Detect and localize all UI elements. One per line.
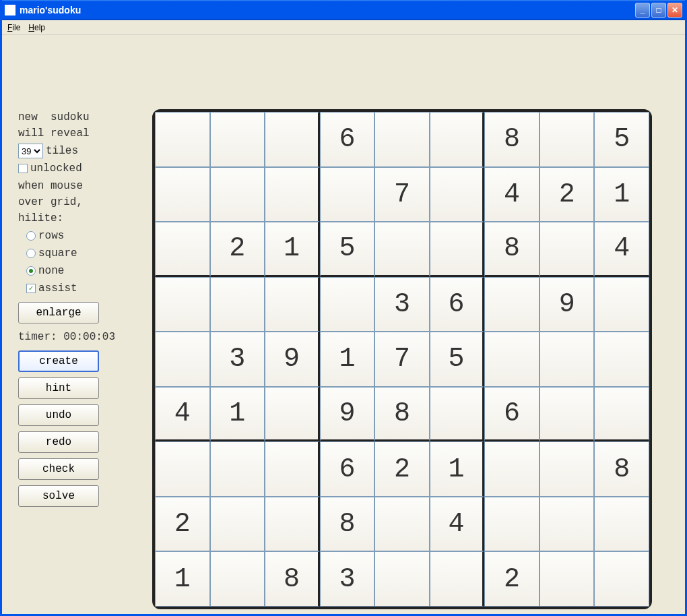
sudoku-cell[interactable]: 4	[594, 222, 649, 277]
menu-help[interactable]: Help	[28, 23, 45, 32]
sudoku-cell[interactable]	[210, 551, 265, 607]
sudoku-cell[interactable]	[484, 332, 539, 387]
sudoku-cell[interactable]: 4	[484, 167, 539, 222]
sudoku-cell[interactable]: 6	[484, 387, 539, 442]
sudoku-cell[interactable]: 8	[484, 112, 539, 167]
sudoku-cell[interactable]	[539, 441, 595, 497]
sudoku-cell[interactable]: 8	[484, 222, 539, 277]
sudoku-cell[interactable]	[539, 222, 595, 277]
sudoku-cell[interactable]: 9	[265, 332, 320, 387]
sudoku-cell[interactable]	[430, 551, 485, 607]
radio-none[interactable]	[26, 266, 36, 276]
sudoku-cell[interactable]	[265, 497, 320, 552]
sudoku-cell[interactable]: 3	[320, 551, 375, 607]
sudoku-cell[interactable]	[539, 332, 595, 387]
enlarge-button[interactable]: enlarge	[18, 302, 99, 324]
menu-file[interactable]: File	[7, 23, 20, 32]
sudoku-cell[interactable]: 5	[320, 222, 375, 277]
sudoku-cell[interactable]	[210, 167, 265, 222]
assist-checkbox[interactable]	[26, 284, 36, 293]
sudoku-cell[interactable]	[265, 277, 320, 332]
sudoku-cell[interactable]	[265, 167, 320, 222]
sudoku-cell[interactable]: 1	[320, 332, 375, 387]
sudoku-cell[interactable]	[155, 112, 210, 167]
sudoku-cell[interactable]	[594, 332, 649, 387]
redo-button[interactable]: redo	[18, 431, 99, 453]
sudoku-cell[interactable]	[320, 277, 375, 332]
sudoku-cell[interactable]: 2	[155, 497, 210, 552]
sudoku-cell[interactable]	[374, 551, 430, 607]
sudoku-cell[interactable]	[374, 497, 430, 552]
sudoku-cell[interactable]	[430, 387, 485, 442]
minimize-button[interactable]: _	[635, 3, 650, 18]
sudoku-cell[interactable]	[594, 551, 649, 607]
sudoku-cell[interactable]: 1	[210, 387, 265, 442]
sudoku-cell[interactable]: 2	[374, 441, 430, 497]
hint-button[interactable]: hint	[18, 377, 99, 399]
sudoku-cell[interactable]: 4	[155, 387, 210, 442]
sudoku-cell[interactable]	[539, 551, 595, 607]
sudoku-cell[interactable]: 4	[430, 497, 485, 552]
sudoku-cell[interactable]	[594, 497, 649, 552]
sudoku-cell[interactable]	[539, 387, 595, 442]
sudoku-cell[interactable]	[539, 497, 595, 552]
unlocked-checkbox[interactable]	[18, 164, 28, 173]
solve-button[interactable]: solve	[18, 485, 99, 507]
sudoku-cell[interactable]	[210, 277, 265, 332]
sudoku-cell[interactable]: 9	[539, 277, 595, 332]
create-button[interactable]: create	[18, 350, 99, 372]
sudoku-cell[interactable]	[265, 387, 320, 442]
sudoku-cell[interactable]	[484, 441, 539, 497]
sudoku-cell[interactable]	[155, 332, 210, 387]
sudoku-cell[interactable]: 7	[374, 167, 430, 222]
sudoku-cell[interactable]	[430, 167, 485, 222]
sudoku-cell[interactable]	[430, 112, 485, 167]
sudoku-cell[interactable]	[155, 441, 210, 497]
undo-button[interactable]: undo	[18, 404, 99, 426]
sudoku-cell[interactable]: 2	[484, 551, 539, 607]
sudoku-cell[interactable]	[594, 277, 649, 332]
sudoku-cell[interactable]: 6	[320, 441, 375, 497]
sudoku-cell[interactable]	[155, 222, 210, 277]
sudoku-cell[interactable]: 6	[430, 277, 485, 332]
sudoku-cell[interactable]	[430, 222, 485, 277]
sudoku-cell[interactable]	[374, 222, 430, 277]
sudoku-cell[interactable]: 3	[210, 332, 265, 387]
sudoku-cell[interactable]	[374, 112, 430, 167]
sudoku-cell[interactable]	[484, 497, 539, 552]
tiles-select[interactable]: 39	[18, 144, 43, 158]
sudoku-cell[interactable]: 9	[320, 387, 375, 442]
sudoku-cell[interactable]: 5	[430, 332, 485, 387]
sudoku-cell[interactable]: 8	[594, 441, 649, 497]
sudoku-cell[interactable]	[484, 277, 539, 332]
sudoku-cell[interactable]: 1	[265, 222, 320, 277]
radio-square[interactable]	[26, 249, 36, 258]
sudoku-cell[interactable]: 8	[320, 497, 375, 552]
maximize-button[interactable]: □	[651, 3, 666, 18]
sudoku-cell[interactable]: 5	[594, 112, 649, 167]
sudoku-cell[interactable]	[539, 112, 595, 167]
sudoku-cell[interactable]: 8	[374, 387, 430, 442]
sudoku-cell[interactable]: 2	[210, 222, 265, 277]
close-button[interactable]: ✕	[667, 3, 682, 18]
radio-none-label: none	[38, 263, 64, 279]
sudoku-cell[interactable]: 1	[155, 551, 210, 607]
sudoku-cell[interactable]	[265, 112, 320, 167]
sudoku-cell[interactable]	[265, 441, 320, 497]
radio-rows[interactable]	[26, 231, 36, 241]
sudoku-cell[interactable]	[210, 497, 265, 552]
sudoku-cell[interactable]	[320, 167, 375, 222]
sudoku-cell[interactable]	[210, 112, 265, 167]
sudoku-cell[interactable]: 1	[430, 441, 485, 497]
sudoku-cell[interactable]: 7	[374, 332, 430, 387]
sudoku-cell[interactable]: 8	[265, 551, 320, 607]
sudoku-cell[interactable]	[210, 441, 265, 497]
sudoku-cell[interactable]	[155, 167, 210, 222]
sudoku-cell[interactable]: 3	[374, 277, 430, 332]
check-button[interactable]: check	[18, 458, 99, 480]
sudoku-cell[interactable]: 6	[320, 112, 375, 167]
sudoku-cell[interactable]	[155, 277, 210, 332]
sudoku-cell[interactable]: 2	[539, 167, 595, 222]
sudoku-cell[interactable]	[594, 387, 649, 442]
sudoku-cell[interactable]: 1	[594, 167, 649, 222]
